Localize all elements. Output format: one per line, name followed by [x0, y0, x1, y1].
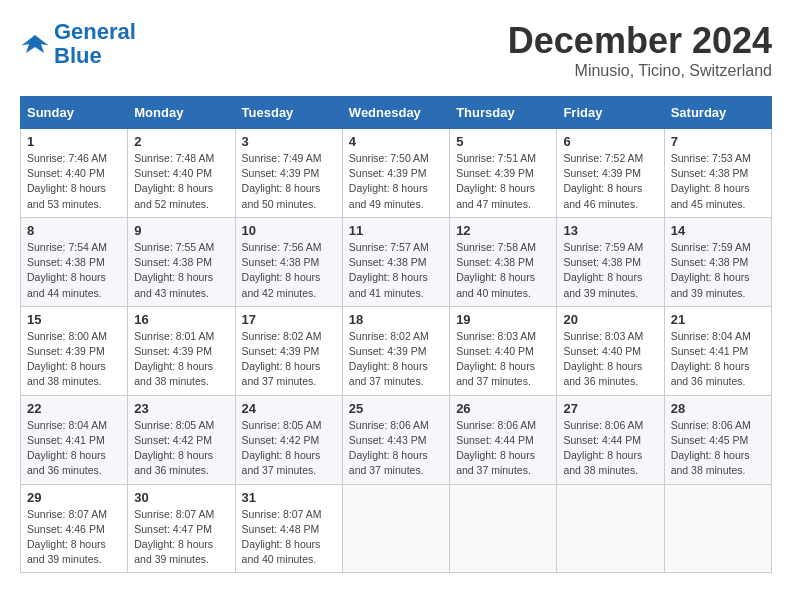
day-info: Sunrise: 7:46 AM Sunset: 4:40 PM Dayligh…	[27, 151, 121, 212]
day-info: Sunrise: 8:07 AM Sunset: 4:46 PM Dayligh…	[27, 507, 121, 568]
col-saturday: Saturday	[664, 97, 771, 129]
calendar-cell: 13 Sunrise: 7:59 AM Sunset: 4:38 PM Dayl…	[557, 217, 664, 306]
logo: GeneralBlue	[20, 20, 136, 68]
calendar-cell: 27 Sunrise: 8:06 AM Sunset: 4:44 PM Dayl…	[557, 395, 664, 484]
day-info: Sunrise: 8:04 AM Sunset: 4:41 PM Dayligh…	[671, 329, 765, 390]
calendar-cell: 8 Sunrise: 7:54 AM Sunset: 4:38 PM Dayli…	[21, 217, 128, 306]
calendar-cell: 30 Sunrise: 8:07 AM Sunset: 4:47 PM Dayl…	[128, 484, 235, 573]
day-number: 18	[349, 312, 443, 327]
logo-bird-icon	[20, 29, 50, 59]
calendar-cell: 3 Sunrise: 7:49 AM Sunset: 4:39 PM Dayli…	[235, 129, 342, 218]
day-info: Sunrise: 7:50 AM Sunset: 4:39 PM Dayligh…	[349, 151, 443, 212]
calendar-cell: 25 Sunrise: 8:06 AM Sunset: 4:43 PM Dayl…	[342, 395, 449, 484]
calendar-cell: 24 Sunrise: 8:05 AM Sunset: 4:42 PM Dayl…	[235, 395, 342, 484]
calendar-cell: 19 Sunrise: 8:03 AM Sunset: 4:40 PM Dayl…	[450, 306, 557, 395]
day-info: Sunrise: 7:57 AM Sunset: 4:38 PM Dayligh…	[349, 240, 443, 301]
day-info: Sunrise: 7:53 AM Sunset: 4:38 PM Dayligh…	[671, 151, 765, 212]
calendar-week-row: 1 Sunrise: 7:46 AM Sunset: 4:40 PM Dayli…	[21, 129, 772, 218]
calendar-cell: 16 Sunrise: 8:01 AM Sunset: 4:39 PM Dayl…	[128, 306, 235, 395]
day-number: 21	[671, 312, 765, 327]
calendar-cell: 11 Sunrise: 7:57 AM Sunset: 4:38 PM Dayl…	[342, 217, 449, 306]
day-number: 14	[671, 223, 765, 238]
page-header: GeneralBlue December 2024 Minusio, Ticin…	[20, 20, 772, 80]
calendar-table: Sunday Monday Tuesday Wednesday Thursday…	[20, 96, 772, 573]
day-info: Sunrise: 7:59 AM Sunset: 4:38 PM Dayligh…	[563, 240, 657, 301]
col-sunday: Sunday	[21, 97, 128, 129]
calendar-header-row: Sunday Monday Tuesday Wednesday Thursday…	[21, 97, 772, 129]
calendar-cell: 10 Sunrise: 7:56 AM Sunset: 4:38 PM Dayl…	[235, 217, 342, 306]
calendar-cell	[557, 484, 664, 573]
calendar-week-row: 29 Sunrise: 8:07 AM Sunset: 4:46 PM Dayl…	[21, 484, 772, 573]
day-info: Sunrise: 7:54 AM Sunset: 4:38 PM Dayligh…	[27, 240, 121, 301]
logo-text: GeneralBlue	[54, 20, 136, 68]
location-title: Minusio, Ticino, Switzerland	[508, 62, 772, 80]
calendar-cell: 9 Sunrise: 7:55 AM Sunset: 4:38 PM Dayli…	[128, 217, 235, 306]
day-info: Sunrise: 8:05 AM Sunset: 4:42 PM Dayligh…	[134, 418, 228, 479]
calendar-cell: 4 Sunrise: 7:50 AM Sunset: 4:39 PM Dayli…	[342, 129, 449, 218]
day-number: 2	[134, 134, 228, 149]
day-info: Sunrise: 8:04 AM Sunset: 4:41 PM Dayligh…	[27, 418, 121, 479]
day-info: Sunrise: 8:06 AM Sunset: 4:43 PM Dayligh…	[349, 418, 443, 479]
day-info: Sunrise: 7:48 AM Sunset: 4:40 PM Dayligh…	[134, 151, 228, 212]
day-number: 12	[456, 223, 550, 238]
day-number: 29	[27, 490, 121, 505]
calendar-cell: 12 Sunrise: 7:58 AM Sunset: 4:38 PM Dayl…	[450, 217, 557, 306]
calendar-cell: 7 Sunrise: 7:53 AM Sunset: 4:38 PM Dayli…	[664, 129, 771, 218]
calendar-cell: 26 Sunrise: 8:06 AM Sunset: 4:44 PM Dayl…	[450, 395, 557, 484]
day-number: 20	[563, 312, 657, 327]
day-number: 15	[27, 312, 121, 327]
calendar-cell: 21 Sunrise: 8:04 AM Sunset: 4:41 PM Dayl…	[664, 306, 771, 395]
day-info: Sunrise: 8:00 AM Sunset: 4:39 PM Dayligh…	[27, 329, 121, 390]
calendar-cell: 15 Sunrise: 8:00 AM Sunset: 4:39 PM Dayl…	[21, 306, 128, 395]
calendar-cell: 31 Sunrise: 8:07 AM Sunset: 4:48 PM Dayl…	[235, 484, 342, 573]
day-number: 1	[27, 134, 121, 149]
day-info: Sunrise: 7:58 AM Sunset: 4:38 PM Dayligh…	[456, 240, 550, 301]
col-wednesday: Wednesday	[342, 97, 449, 129]
col-monday: Monday	[128, 97, 235, 129]
day-info: Sunrise: 8:06 AM Sunset: 4:45 PM Dayligh…	[671, 418, 765, 479]
day-number: 30	[134, 490, 228, 505]
calendar-week-row: 8 Sunrise: 7:54 AM Sunset: 4:38 PM Dayli…	[21, 217, 772, 306]
day-info: Sunrise: 7:51 AM Sunset: 4:39 PM Dayligh…	[456, 151, 550, 212]
day-number: 23	[134, 401, 228, 416]
day-number: 25	[349, 401, 443, 416]
day-info: Sunrise: 8:07 AM Sunset: 4:47 PM Dayligh…	[134, 507, 228, 568]
day-number: 9	[134, 223, 228, 238]
calendar-cell: 22 Sunrise: 8:04 AM Sunset: 4:41 PM Dayl…	[21, 395, 128, 484]
day-info: Sunrise: 8:07 AM Sunset: 4:48 PM Dayligh…	[242, 507, 336, 568]
day-number: 27	[563, 401, 657, 416]
day-number: 10	[242, 223, 336, 238]
month-title: December 2024	[508, 20, 772, 62]
day-number: 17	[242, 312, 336, 327]
day-info: Sunrise: 8:02 AM Sunset: 4:39 PM Dayligh…	[242, 329, 336, 390]
day-info: Sunrise: 7:55 AM Sunset: 4:38 PM Dayligh…	[134, 240, 228, 301]
day-info: Sunrise: 7:59 AM Sunset: 4:38 PM Dayligh…	[671, 240, 765, 301]
calendar-cell	[664, 484, 771, 573]
day-number: 6	[563, 134, 657, 149]
day-info: Sunrise: 8:06 AM Sunset: 4:44 PM Dayligh…	[456, 418, 550, 479]
day-info: Sunrise: 8:01 AM Sunset: 4:39 PM Dayligh…	[134, 329, 228, 390]
day-number: 31	[242, 490, 336, 505]
day-info: Sunrise: 8:05 AM Sunset: 4:42 PM Dayligh…	[242, 418, 336, 479]
calendar-cell: 18 Sunrise: 8:02 AM Sunset: 4:39 PM Dayl…	[342, 306, 449, 395]
day-number: 3	[242, 134, 336, 149]
day-number: 22	[27, 401, 121, 416]
col-tuesday: Tuesday	[235, 97, 342, 129]
calendar-cell: 1 Sunrise: 7:46 AM Sunset: 4:40 PM Dayli…	[21, 129, 128, 218]
day-info: Sunrise: 8:03 AM Sunset: 4:40 PM Dayligh…	[563, 329, 657, 390]
day-number: 7	[671, 134, 765, 149]
calendar-cell: 14 Sunrise: 7:59 AM Sunset: 4:38 PM Dayl…	[664, 217, 771, 306]
svg-marker-0	[22, 35, 49, 53]
day-info: Sunrise: 7:52 AM Sunset: 4:39 PM Dayligh…	[563, 151, 657, 212]
day-number: 4	[349, 134, 443, 149]
col-friday: Friday	[557, 97, 664, 129]
title-area: December 2024 Minusio, Ticino, Switzerla…	[508, 20, 772, 80]
day-info: Sunrise: 7:49 AM Sunset: 4:39 PM Dayligh…	[242, 151, 336, 212]
calendar-cell	[450, 484, 557, 573]
day-number: 28	[671, 401, 765, 416]
col-thursday: Thursday	[450, 97, 557, 129]
calendar-cell: 17 Sunrise: 8:02 AM Sunset: 4:39 PM Dayl…	[235, 306, 342, 395]
day-number: 16	[134, 312, 228, 327]
day-info: Sunrise: 8:02 AM Sunset: 4:39 PM Dayligh…	[349, 329, 443, 390]
calendar-cell: 28 Sunrise: 8:06 AM Sunset: 4:45 PM Dayl…	[664, 395, 771, 484]
